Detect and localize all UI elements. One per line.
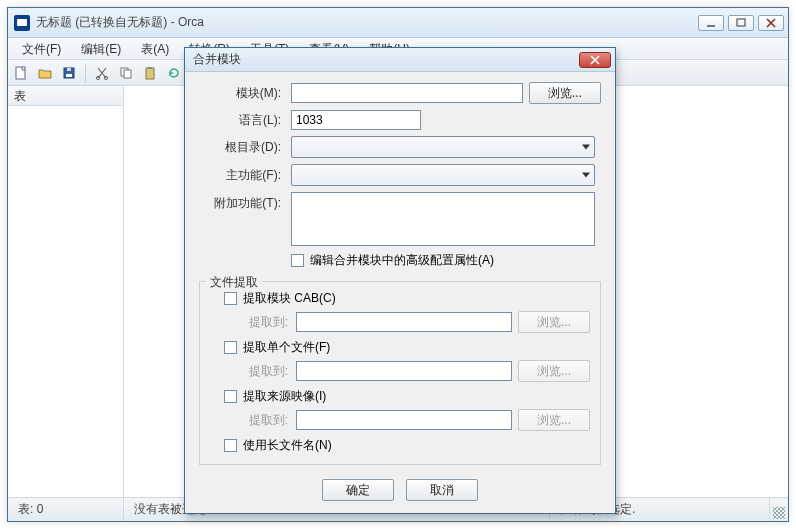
minimize-icon [703,15,719,31]
rootdir-select[interactable] [291,136,595,158]
language-label: 语言(L): [199,112,285,129]
extract-single-label: 提取单个文件(F) [243,339,330,356]
toolbar-paste-button[interactable] [139,62,161,84]
close-button[interactable] [758,15,784,31]
toolbar-separator [85,63,86,83]
tables-pane-header[interactable]: 表 [8,86,123,106]
close-icon [763,15,779,31]
extract-single-to-input [296,361,512,381]
module-label: 模块(M): [199,85,285,102]
svg-rect-11 [124,70,131,78]
cut-icon [94,65,110,81]
cancel-button[interactable]: 取消 [406,479,478,501]
file-extract-legend: 文件提取 [206,274,262,291]
paste-icon [142,65,158,81]
extract-source-to-input [296,410,512,430]
dialog-titlebar[interactable]: 合并模块 [185,48,615,72]
rootdir-label: 根目录(D): [199,139,285,156]
menu-edit[interactable]: 编辑(E) [71,38,131,60]
toolbar-copy-button[interactable] [115,62,137,84]
window-controls [698,15,784,31]
svg-rect-6 [66,74,72,77]
status-table-count: 表: 0 [8,498,124,521]
use-long-names-chk[interactable] [224,439,237,452]
svg-rect-1 [737,19,745,26]
toolbar-open-button[interactable] [34,62,56,84]
extract-cab-chk[interactable] [224,292,237,305]
toolbar-cut-button[interactable] [91,62,113,84]
svg-rect-12 [146,68,154,79]
refresh-icon [166,65,182,81]
toolbar-refresh-button[interactable] [163,62,185,84]
extract-source-to-label: 提取到: [228,412,290,429]
svg-rect-13 [148,67,152,69]
minimize-button[interactable] [698,15,724,31]
extract-source-chk[interactable] [224,390,237,403]
addfeatures-label: 附加功能(T): [199,192,285,212]
svg-rect-7 [67,68,71,71]
menu-tables[interactable]: 表(A) [131,38,179,60]
maximize-icon [733,15,749,31]
extract-single-browse-button: 浏览... [518,360,590,382]
extract-cab-to-input [296,312,512,332]
extract-source-browse-button: 浏览... [518,409,590,431]
dialog-title: 合并模块 [193,51,241,68]
toolbar-save-button[interactable] [58,62,80,84]
extract-single-to-label: 提取到: [228,363,290,380]
copy-icon [118,65,134,81]
module-browse-button[interactable]: 浏览... [529,82,601,104]
open-folder-icon [37,65,53,81]
chevron-down-icon [582,173,590,178]
use-long-names-label: 使用长文件名(N) [243,437,332,454]
extract-cab-label: 提取模块 CAB(C) [243,290,336,307]
ok-button[interactable]: 确定 [322,479,394,501]
close-icon [589,55,601,65]
main-titlebar[interactable]: 无标题 (已转换自无标题) - Orca [8,8,788,38]
menu-file[interactable]: 文件(F) [12,38,71,60]
extract-source-label: 提取来源映像(I) [243,388,326,405]
extract-cab-browse-button: 浏览... [518,311,590,333]
window-title: 无标题 (已转换自无标题) - Orca [36,14,204,31]
mainfeature-label: 主功能(F): [199,167,285,184]
addfeatures-input[interactable] [291,192,595,246]
extract-single-chk[interactable] [224,341,237,354]
svg-rect-4 [16,67,25,79]
save-icon [61,65,77,81]
app-icon [14,15,30,31]
toolbar-new-button[interactable] [10,62,32,84]
merge-module-dialog: 合并模块 模块(M): 浏览... 语言(L): 根目录(D): 主功能(F): [184,47,616,514]
mainfeature-select[interactable] [291,164,595,186]
module-input[interactable] [291,83,523,103]
tables-pane: 表 [8,86,124,497]
chevron-down-icon [582,145,590,150]
advanced-chk[interactable] [291,254,304,267]
extract-cab-to-label: 提取到: [228,314,290,331]
maximize-button[interactable] [728,15,754,31]
new-file-icon [13,65,29,81]
advanced-chk-label: 编辑合并模块中的高级配置属性(A) [310,252,494,269]
file-extract-group: 文件提取 提取模块 CAB(C) 提取到: 浏览... 提取单个文件(F) 提取… [199,281,601,465]
dialog-close-button[interactable] [579,52,611,68]
resize-grip[interactable] [770,498,788,521]
language-input[interactable] [291,110,421,130]
